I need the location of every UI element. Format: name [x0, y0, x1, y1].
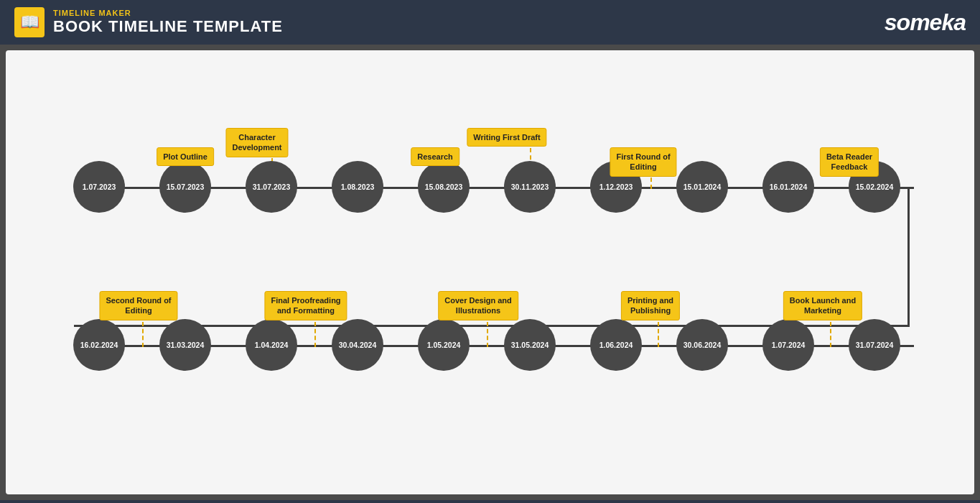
dash-cover-design — [487, 322, 488, 347]
label-beta-reader: Beta ReaderFeedback — [820, 147, 879, 177]
node-1-2: 15.07.2023 — [159, 161, 211, 213]
node-2-1: 16.02.2024 — [73, 319, 125, 371]
dash-second-edit — [142, 322, 144, 347]
header-text: TIMELINE MAKER BOOK TIMELINE TEMPLATE — [53, 9, 283, 36]
node-2-10: 31.07.2024 — [849, 319, 900, 371]
logo-text: someka — [885, 9, 966, 35]
timeline-row-1: Plot Outline CharacterDevelopment Resear… — [27, 65, 953, 230]
label-char-dev: CharacterDevelopment — [225, 128, 288, 157]
node-1-9: 16.01.2024 — [762, 161, 814, 213]
header-subtitle: TIMELINE MAKER — [53, 9, 283, 17]
node-1-3: 31.07.2023 — [246, 161, 297, 213]
app-icon: 📖 — [14, 7, 45, 37]
node-2-6: 31.05.2024 — [504, 319, 556, 371]
node-2-5: 1.05.2024 — [418, 319, 470, 371]
label-research: Research — [411, 147, 459, 166]
label-second-edit: Second Round ofEditing — [99, 291, 177, 320]
node-2-3: 1.04.2024 — [246, 319, 297, 371]
footer — [0, 500, 980, 503]
dash-printing — [658, 322, 659, 347]
main-content: Plot Outline CharacterDevelopment Resear… — [6, 50, 974, 494]
node-1-8: 15.01.2024 — [676, 161, 728, 213]
node-2-4: 30.04.2024 — [332, 319, 383, 371]
node-2-2: 31.03.2024 — [159, 319, 211, 371]
node-2-8: 30.06.2024 — [676, 319, 728, 371]
dash-first-edit — [650, 177, 652, 189]
node-2-7: 1.06.2024 — [590, 319, 642, 371]
timeline-wrapper: Plot Outline CharacterDevelopment Resear… — [6, 50, 974, 494]
timeline-row-2: Second Round ofEditing Final Proofreadin… — [27, 251, 953, 402]
node-2-9: 1.07.2024 — [762, 319, 814, 371]
node-1-5: 15.08.2023 — [418, 161, 470, 213]
label-plot-outline: Plot Outline — [157, 147, 214, 166]
header: 📖 TIMELINE MAKER BOOK TIMELINE TEMPLATE … — [0, 0, 980, 45]
label-writing-draft: Writing First Draft — [467, 128, 546, 147]
header-left: 📖 TIMELINE MAKER BOOK TIMELINE TEMPLATE — [14, 7, 283, 37]
brand-logo: someka — [885, 9, 966, 36]
node-1-6: 30.11.2023 — [504, 161, 556, 213]
node-1-1: 1.07.2023 — [73, 161, 125, 213]
label-proofreading: Final Proofreadingand Formatting — [264, 291, 347, 320]
dash-book-launch — [830, 322, 831, 347]
label-cover-design: Cover Design andIllustrations — [438, 291, 518, 320]
label-book-launch: Book Launch andMarketing — [783, 291, 862, 320]
dash-proofreading — [314, 322, 316, 347]
node-1-4: 1.08.2023 — [332, 161, 383, 213]
label-printing: Printing andPublishing — [621, 291, 680, 320]
label-first-edit: First Round ofEditing — [610, 147, 676, 177]
header-title: BOOK TIMELINE TEMPLATE — [53, 17, 283, 36]
